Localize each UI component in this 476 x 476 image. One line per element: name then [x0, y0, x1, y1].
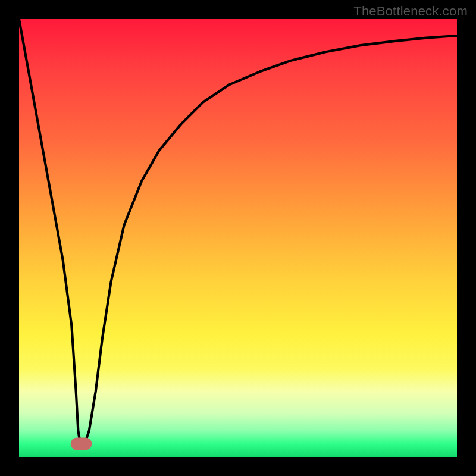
chart-frame: TheBottleneck.com [0, 0, 476, 476]
chart-svg [19, 19, 457, 457]
chart-curve [19, 19, 457, 444]
chart-plot-area [19, 19, 457, 457]
watermark-text: TheBottleneck.com [353, 4, 468, 19]
